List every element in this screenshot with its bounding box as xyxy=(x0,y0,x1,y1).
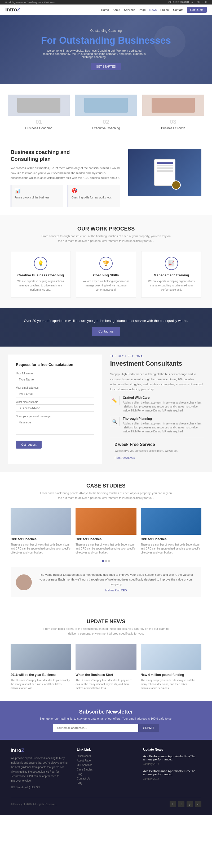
investment-section: The Best Regional Investment Consultants… xyxy=(102,347,212,472)
footer-social-fb[interactable]: f xyxy=(170,801,176,807)
case-title-2: CPD for Coaches xyxy=(75,537,136,541)
service-title-2: Executive Coaching xyxy=(92,126,120,130)
form-submit-button[interactable]: Get request xyxy=(16,441,41,448)
news-title: UPDATE NEWS xyxy=(10,618,202,624)
news-img-1 xyxy=(10,644,71,670)
case-img-1 xyxy=(10,508,71,535)
social-tw[interactable]: T xyxy=(202,1,204,4)
process-card-desc-2: We are experts in helping organisations … xyxy=(82,279,131,292)
nav-page[interactable]: Page xyxy=(139,8,146,11)
news-card-title-1: 2016 will be the year Business xyxy=(10,673,71,677)
footer-news-title-1: Ace Performance Appraisals: Pre-The annu… xyxy=(143,754,202,761)
banner-text: Over 20 years of experience we'll ensure… xyxy=(10,319,202,323)
footer-link-1[interactable]: Dispatchers xyxy=(77,754,135,757)
free-service-title: 2 week Free Service xyxy=(115,442,200,447)
work-process-title: OUR WORK PROCESS xyxy=(10,226,202,232)
footer-news-date-1: January 2017 xyxy=(143,762,202,766)
email-label: Your email address xyxy=(16,386,94,389)
service-num-1: 01 xyxy=(35,118,42,125)
banner-cta-button[interactable]: Contact us xyxy=(92,327,120,336)
case-card-2: CPD for Coaches There are a number of wa… xyxy=(75,508,136,555)
logo: IntroZ xyxy=(5,7,21,13)
service-item-executive: 02 Executive Coaching xyxy=(72,92,140,133)
coffee-cup xyxy=(172,180,181,190)
invest-icon-1: ✏️ xyxy=(110,396,120,405)
footer-link-6[interactable]: Contact Us xyxy=(77,777,135,780)
consult-form-title: Request for a free Consulatation xyxy=(16,363,94,367)
nav-about[interactable]: About xyxy=(113,8,120,11)
news-card-desc-2: The Business Snappy Ever decides to pay … xyxy=(75,678,136,690)
footer-address: 123 Street (with) UG, 9N xyxy=(10,785,69,789)
case-img-3 xyxy=(141,508,202,535)
service-num-2: 02 xyxy=(103,118,109,125)
news-card-3: New 4 million pound funding The many sna… xyxy=(141,644,202,690)
nav-project[interactable]: Project xyxy=(160,8,169,11)
case-cards: CPD for Coaches There are a number of wa… xyxy=(10,508,202,555)
pagination-dot-3[interactable] xyxy=(108,560,110,562)
invest-item-desc-2: Adding a client the best approach in ser… xyxy=(123,422,204,433)
newsletter-submit-button[interactable]: SUBMIT xyxy=(138,724,159,732)
about-label: What discuss topic xyxy=(16,401,94,404)
feature-icon-1: 📊 xyxy=(14,188,60,194)
social-in[interactable]: in xyxy=(191,1,193,4)
footer-social: f t g in xyxy=(170,801,202,807)
nav-news[interactable]: News xyxy=(149,8,157,11)
service-item-business: 01 Business Coaching xyxy=(5,92,72,133)
navbar: IntroZ Home About Services Page News Pro… xyxy=(0,4,212,15)
social-yt[interactable]: tf xyxy=(205,1,207,4)
name-field-group: Your full name xyxy=(16,372,94,383)
pagination-dot-2[interactable] xyxy=(105,560,107,562)
newsletter-title: Subscribe Newsletter xyxy=(10,709,202,715)
pagination-dot-1[interactable] xyxy=(102,560,104,562)
about-section: Business coaching and Consulting plan We… xyxy=(0,141,212,215)
footer-social-in[interactable]: in xyxy=(195,801,202,807)
footer-news-date-2: January 2017 xyxy=(143,777,202,781)
footer-link-7[interactable]: FAQ xyxy=(77,782,135,784)
nav-home[interactable]: Home xyxy=(101,8,109,11)
about-right xyxy=(128,149,202,196)
nav-contact[interactable]: Contact xyxy=(173,8,183,11)
hero-title: For Outstanding Businesses xyxy=(41,35,171,46)
footer-social-gp[interactable]: g xyxy=(187,801,193,807)
footer-news-item-2: Ace Performance Appraisals: Pre-The annu… xyxy=(143,769,202,781)
name-input[interactable] xyxy=(16,376,94,383)
footer-link-5[interactable]: Blog xyxy=(77,773,135,776)
topbar-tagline: Providing awesome Coaching since 2001 ye… xyxy=(5,1,56,4)
service-thumb-3 xyxy=(142,95,204,116)
footer-link-2[interactable]: About Page xyxy=(77,759,135,762)
footer-link-3[interactable]: Our Services xyxy=(77,764,135,767)
invest-item-title-1: Crafted With Care xyxy=(123,396,204,400)
invest-item-text-2: Thorough Planning Adding a client the be… xyxy=(123,417,204,433)
topbar-right: +99 01635346101 in f G+ T tf xyxy=(168,1,207,4)
news-card-title-2: When the Business Start xyxy=(75,673,136,677)
hero-subtitle: Outstanding Coaching xyxy=(41,29,171,33)
process-card-desc-3: We are experts in helping organisations … xyxy=(147,279,196,292)
case-studies-sub: From each block bring people Always to t… xyxy=(40,491,172,500)
newsletter-form: SUBMIT xyxy=(53,724,159,732)
service-title-1: Business Coaching xyxy=(25,126,53,130)
about-input[interactable] xyxy=(16,404,94,412)
news-section: UPDATE NEWS From each block below, to th… xyxy=(0,608,212,701)
nav-services[interactable]: Services xyxy=(124,8,135,11)
case-title-1: CPD for Coaches xyxy=(10,537,71,541)
footer-link-4[interactable]: Case Studies xyxy=(77,768,135,771)
footer-links-list: Dispatchers About Page Our Services Case… xyxy=(77,754,135,784)
message-textarea[interactable] xyxy=(16,418,94,435)
news-sub: From each block below, to the finishing … xyxy=(40,627,172,636)
social-fb[interactable]: f xyxy=(194,1,195,4)
process-card-desc-1: We are experts in helping organisations … xyxy=(16,279,65,292)
about-feature-1: 📊 Future growth of the business xyxy=(10,185,63,207)
social-gp[interactable]: G+ xyxy=(197,1,201,4)
footer-links-col: Link Link Dispatchers About Page Our Ser… xyxy=(77,748,135,792)
invest-item-1: ✏️ Crafted With Care Adding a client the… xyxy=(110,396,204,412)
hero-cta-button[interactable]: GET STARTED xyxy=(91,63,121,70)
nav-cta-button[interactable]: Get Quote xyxy=(187,7,207,13)
testimonial-quote: The Value Builder Engagement is a method… xyxy=(36,572,196,587)
free-service-link[interactable]: Free Services » xyxy=(115,456,135,459)
testimonial-content: The Value Builder Engagement is a method… xyxy=(36,572,196,592)
service-item-growth: 03 Business Growth xyxy=(140,92,207,133)
footer-social-tw[interactable]: t xyxy=(178,801,184,807)
email-input[interactable] xyxy=(16,390,94,397)
case-studies-title: CASE STUDIES xyxy=(10,483,202,489)
newsletter-email-input[interactable] xyxy=(53,724,138,732)
